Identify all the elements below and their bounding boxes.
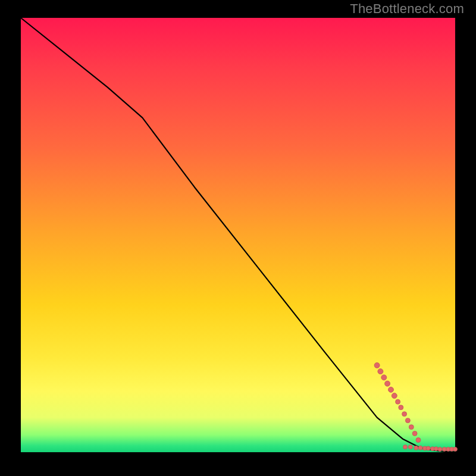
data-point	[418, 446, 422, 450]
data-point	[378, 369, 383, 374]
data-point	[453, 447, 458, 451]
watermark-text: TheBottleneck.com	[350, 1, 464, 17]
data-point	[416, 438, 421, 443]
data-point	[442, 447, 446, 451]
data-point	[412, 431, 417, 436]
data-point	[438, 447, 442, 451]
data-points	[374, 363, 457, 452]
data-point	[405, 418, 410, 423]
bottleneck-curve	[21, 18, 455, 452]
data-point	[385, 381, 390, 386]
data-point	[381, 375, 387, 380]
data-point	[408, 445, 412, 449]
data-point	[389, 387, 394, 392]
data-point	[403, 445, 408, 449]
data-point	[399, 405, 403, 410]
data-point	[392, 393, 397, 399]
data-point	[434, 447, 438, 451]
data-point	[396, 399, 400, 404]
data-point	[409, 425, 414, 430]
data-point	[402, 412, 407, 416]
data-point	[426, 446, 430, 450]
data-point	[414, 446, 418, 450]
data-point	[374, 363, 380, 368]
chart-stage: TheBottleneck.com	[0, 0, 476, 476]
plot-overlay	[21, 18, 455, 452]
